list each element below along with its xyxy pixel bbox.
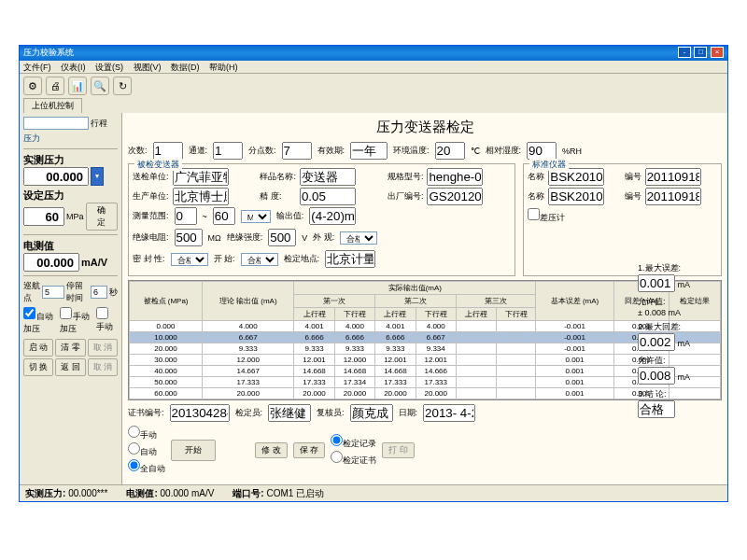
table-row[interactable]: 10.0006.6676.6666.6666.6666.667-0.0010.0… (130, 332, 721, 343)
menu-file[interactable]: 文件(F) (23, 63, 51, 72)
sample-name-input[interactable] (300, 168, 356, 186)
humidity-input[interactable] (527, 142, 557, 160)
mode-radios: 手动 自动 全自动 (128, 426, 165, 475)
channel-input[interactable] (213, 142, 243, 160)
range-unit-select[interactable]: MPa (241, 210, 271, 223)
toolbar: ⚙ 🖨 📊 🔍 ↻ (20, 74, 727, 98)
cb-manual-pressure[interactable]: 手动加压 (60, 307, 92, 335)
cycles-input[interactable] (153, 142, 183, 160)
diff-pressure-checkbox[interactable]: 差压计 (528, 208, 717, 224)
menu-instrument[interactable]: 仪表(I) (61, 63, 86, 72)
cb-auto-pressure[interactable]: 自动加压 (23, 307, 56, 335)
elec-unit: mA/V (81, 257, 107, 268)
radio-manual[interactable]: 手动 (128, 426, 165, 441)
menu-data[interactable]: 数据(D) (171, 63, 200, 72)
travel-input[interactable] (23, 117, 89, 130)
elec-value (23, 253, 79, 272)
std2-no-input[interactable] (645, 188, 701, 205)
actual-pressure-label: 实测压力 (23, 153, 118, 167)
standard-fieldset: 标准仪器 名称 编号 名称 编号 差压计 (523, 163, 722, 276)
actual-pressure-unit-dropdown[interactable]: ▾ (91, 167, 104, 186)
start-select[interactable]: 合格 (241, 253, 278, 266)
valid-input[interactable] (350, 142, 388, 160)
radio-cert[interactable]: 检定证书 (331, 451, 376, 467)
confirm-button[interactable]: 确 定 (86, 203, 118, 231)
transmitter-fieldset: 被检变送器 送检单位: 样品名称: 规格型号: 生产单位: 精 度: 出厂编号:… (128, 163, 515, 276)
refresh-icon[interactable]: ↻ (113, 77, 132, 95)
modify-button[interactable]: 修 改 (255, 442, 288, 458)
env-temp-input[interactable] (435, 142, 465, 160)
table-row[interactable]: 30.00012.00012.00112.00012.00112.0010.00… (130, 355, 721, 366)
start-verify-button[interactable]: 开始 (171, 440, 216, 461)
range-min-input[interactable] (175, 207, 197, 225)
std2-name-input[interactable] (548, 188, 604, 205)
search-icon[interactable]: 🔍 (91, 77, 109, 95)
conclusion-value (638, 400, 675, 418)
verifier-input[interactable] (268, 404, 311, 422)
maximize-icon[interactable]: □ (694, 47, 707, 58)
footer-row: 证书编号: 检定员: 复核员: 日期: (128, 404, 722, 422)
cancel-button-1[interactable]: 取 消 (88, 339, 118, 357)
start-button[interactable]: 启 动 (23, 339, 53, 357)
window-title: 压力校验系统 (23, 47, 74, 60)
minimize-icon[interactable]: - (678, 47, 691, 58)
toolbar-icon-1[interactable]: ⚙ (23, 77, 42, 95)
cancel-button-2[interactable]: 取 消 (88, 358, 118, 376)
menu-help[interactable]: 帮助(H) (209, 63, 238, 72)
table-row[interactable]: 0.0004.0004.0014.0004.0014.000-0.0010.00… (130, 321, 721, 332)
cb-manual[interactable]: 手动 (96, 307, 118, 335)
manufacturer-input[interactable] (173, 188, 229, 205)
radio-record[interactable]: 检定记录 (331, 434, 376, 450)
elec-label: 电测值 (23, 239, 118, 253)
allow-hysteresis-value (638, 367, 675, 385)
location-input[interactable] (325, 250, 375, 268)
status-elec: 00.000 mA/V (161, 488, 215, 498)
output-radios: 检定记录 检定证书 (331, 434, 376, 467)
serial-input[interactable] (427, 188, 483, 205)
checker-input[interactable] (350, 404, 393, 422)
table-row[interactable]: 60.00020.00020.00020.00020.00020.0000.00… (130, 388, 721, 399)
date-input[interactable] (423, 404, 475, 422)
table-row[interactable]: 50.00017.33317.33317.33417.33317.3330.00… (130, 377, 721, 388)
table-row[interactable]: 40.00014.66714.66814.66814.66814.6660.00… (130, 366, 721, 377)
radio-full-auto[interactable]: 全自动 (128, 459, 165, 475)
pressure-label: 压力 (23, 133, 118, 145)
statusbar: 实测压力: 00.000*** 电测值: 00.000 mA/V 端口号: CO… (20, 484, 727, 501)
cert-no-input[interactable] (170, 404, 230, 422)
toolbar-icon-3[interactable]: 📊 (68, 77, 87, 95)
zero-button[interactable]: 清 零 (55, 339, 85, 357)
menu-settings[interactable]: 设置(S) (95, 63, 123, 72)
stay-input[interactable] (91, 286, 107, 299)
stay-label: 停留时间 (66, 280, 89, 304)
close-icon[interactable]: × (711, 47, 724, 58)
radio-auto[interactable]: 自动 (128, 442, 165, 458)
status-port: COM1 已启动 (266, 488, 324, 498)
range-max-input[interactable] (213, 207, 235, 225)
appearance-select[interactable]: 合格 (340, 231, 377, 245)
strength-input[interactable] (268, 229, 296, 246)
seal-select[interactable]: 合格 (171, 253, 208, 266)
toolbar-icon-2[interactable]: 🖨 (46, 77, 64, 95)
data-table: 被检点 (MPa) 理论 输出值 (mA) 实际输出值(mA) 基本误差 (mA… (128, 280, 722, 400)
set-pressure-input[interactable] (23, 207, 64, 226)
insulation-input[interactable] (175, 229, 203, 246)
print-button[interactable]: 打 印 (382, 442, 415, 458)
model-input[interactable] (427, 168, 483, 186)
stay-unit: 秒 (109, 287, 118, 299)
save-button[interactable]: 保 存 (293, 442, 326, 458)
accuracy-input[interactable] (300, 188, 356, 205)
menu-view[interactable]: 视图(V) (134, 63, 162, 72)
tab-host-control[interactable]: 上位机控制 (23, 98, 82, 114)
results-panel: 1.最大误差: mA 允许值:± 0.008 mA 2.最大回差: mA 允许值… (638, 262, 722, 422)
table-row[interactable]: 20.0009.3339.3339.3339.3339.334-0.0010.0… (130, 343, 721, 355)
return-button[interactable]: 返 回 (55, 358, 85, 376)
cycle-input[interactable] (42, 286, 64, 299)
main-content: 压力变送器检定 次数: 通道: 分点数: 有效期: 环境温度:℃ 相对湿度:%R… (122, 113, 727, 501)
points-input[interactable] (282, 142, 312, 160)
std1-no-input[interactable] (645, 168, 701, 186)
status-pressure: 00.000*** (68, 488, 107, 498)
set-pressure-label: 设定压力 (23, 189, 118, 203)
switch-button[interactable]: 切 换 (23, 358, 53, 376)
titlebar[interactable]: 压力校验系统 - □ × (20, 46, 727, 61)
output-input[interactable] (309, 207, 356, 225)
